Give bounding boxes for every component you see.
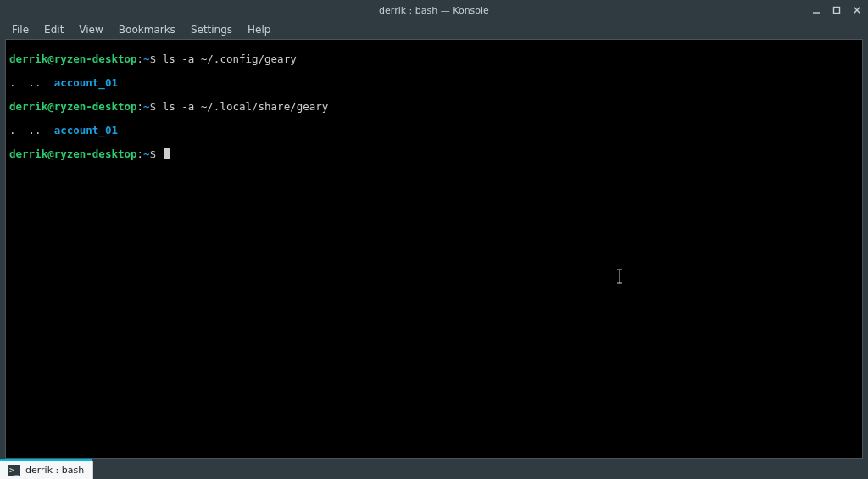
menu-settings[interactable]: Settings bbox=[184, 22, 239, 37]
ls-directory: account_01 bbox=[54, 124, 118, 136]
prompt-colon: : bbox=[137, 100, 144, 113]
close-icon bbox=[853, 6, 861, 14]
command-text: ls -a ~/.config/geary bbox=[163, 53, 297, 65]
terminal-cursor bbox=[164, 148, 170, 159]
prompt-sigil: $ bbox=[150, 100, 157, 113]
maximize-icon bbox=[832, 6, 841, 14]
menu-help[interactable]: Help bbox=[241, 22, 277, 37]
terminal-line: derrik@ryzen-desktop:~$ bbox=[9, 148, 859, 160]
prompt-path: ~ bbox=[143, 100, 150, 113]
ls-dots: . .. bbox=[9, 76, 54, 89]
terminal[interactable]: derrik@ryzen-desktop:~$ ls -a ~/.config/… bbox=[6, 40, 862, 458]
ls-dots: . .. bbox=[9, 124, 54, 136]
menu-view[interactable]: View bbox=[72, 22, 109, 37]
menu-bookmarks[interactable]: Bookmarks bbox=[112, 22, 182, 37]
svg-rect-1 bbox=[834, 8, 840, 14]
minimize-icon bbox=[812, 6, 821, 14]
prompt-host: ryzen-desktop bbox=[54, 100, 137, 113]
titlebar: derrik : bash — Konsole bbox=[0, 0, 868, 20]
prompt-at: @ bbox=[47, 148, 54, 160]
prompt-at: @ bbox=[47, 53, 54, 65]
terminal-icon: >_ bbox=[8, 465, 20, 476]
prompt-colon: : bbox=[137, 53, 144, 65]
menubar: File Edit View Bookmarks Settings Help bbox=[0, 20, 868, 39]
prompt-path: ~ bbox=[143, 148, 150, 160]
tabstrip: >_ derrik : bash bbox=[0, 459, 868, 479]
maximize-button[interactable] bbox=[829, 3, 844, 18]
menu-file[interactable]: File bbox=[5, 22, 36, 37]
terminal-frame: derrik@ryzen-desktop:~$ ls -a ~/.config/… bbox=[5, 39, 863, 459]
prompt-host: ryzen-desktop bbox=[54, 148, 137, 160]
prompt-at: @ bbox=[47, 100, 54, 113]
command-text: ls -a ~/.local/share/geary bbox=[163, 100, 329, 113]
terminal-line: . .. account_01 bbox=[9, 125, 859, 136]
tab-active[interactable]: >_ derrik : bash bbox=[0, 461, 93, 479]
tab-label: derrik : bash bbox=[25, 465, 84, 476]
prompt-host: ryzen-desktop bbox=[54, 53, 137, 65]
tab-active-indicator bbox=[0, 459, 92, 461]
text-cursor-icon bbox=[565, 257, 624, 298]
prompt-user: derrik bbox=[9, 53, 47, 65]
close-button[interactable] bbox=[849, 3, 865, 18]
prompt-sigil: $ bbox=[150, 148, 157, 160]
konsole-window: derrik : bash — Konsole File Edit View B… bbox=[0, 0, 868, 479]
window-controls bbox=[809, 0, 865, 20]
terminal-line: . .. account_01 bbox=[9, 77, 859, 89]
window-title: derrik : bash — Konsole bbox=[379, 5, 489, 16]
terminal-line: derrik@ryzen-desktop:~$ ls -a ~/.config/… bbox=[9, 53, 859, 65]
terminal-line: derrik@ryzen-desktop:~$ ls -a ~/.local/s… bbox=[9, 101, 859, 113]
prompt-sigil: $ bbox=[150, 53, 157, 65]
prompt-user: derrik bbox=[9, 100, 47, 113]
menu-edit[interactable]: Edit bbox=[37, 22, 70, 37]
prompt-user: derrik bbox=[9, 148, 47, 160]
prompt-colon: : bbox=[137, 148, 144, 160]
prompt-path: ~ bbox=[143, 53, 150, 65]
ls-directory: account_01 bbox=[54, 76, 118, 89]
minimize-button[interactable] bbox=[809, 3, 824, 18]
